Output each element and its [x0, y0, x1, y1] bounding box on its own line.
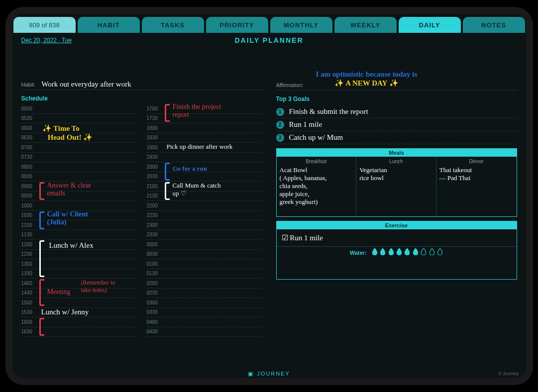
water-drop-filled-icon[interactable] — [388, 248, 394, 255]
water-drop-filled-icon[interactable] — [413, 248, 419, 255]
water-drop-empty-icon[interactable] — [421, 248, 427, 255]
schedule-row[interactable]: 1400 — [21, 279, 137, 289]
schedule-row[interactable]: 0230 — [147, 289, 262, 298]
meal-dinner[interactable]: Dinner Thai takeout — Pad Thai — [436, 157, 517, 216]
schedule-row[interactable]: 1500 — [21, 298, 137, 308]
journey-icon: ▣ — [248, 371, 254, 377]
schedule-time: 0400 — [147, 319, 164, 325]
schedule-time: 1130 — [21, 232, 38, 237]
schedule-row[interactable]: 1630 — [21, 327, 137, 337]
schedule-time: 0230 — [147, 290, 164, 295]
tab-habit[interactable]: HABIT — [78, 17, 140, 33]
footer-copyright: © Journey — [498, 371, 519, 376]
schedule-time: 1030 — [21, 212, 38, 218]
schedule-row[interactable]: 2030 — [147, 172, 262, 182]
affirmation-field[interactable]: Affirmation: I am optimistic because tod… — [276, 77, 517, 91]
schedule-row[interactable]: 1700 — [147, 104, 262, 114]
schedule-row[interactable]: 2200 — [147, 201, 262, 211]
tab-priority[interactable]: PRIORITY — [206, 17, 268, 33]
schedule-row[interactable]: 2130 — [147, 192, 262, 201]
schedule-row[interactable]: 0130 — [147, 269, 262, 279]
schedule-row[interactable]: 2230 — [147, 211, 262, 221]
water-drop-filled-icon[interactable] — [372, 248, 378, 255]
schedule-col-1: 0500053006000630070007300800083009000930… — [21, 104, 137, 337]
schedule-row[interactable]: 0100 — [147, 259, 262, 269]
schedule-time: 0630 — [21, 135, 38, 140]
schedule-row[interactable]: 2100 — [147, 182, 262, 192]
meal-breakfast[interactable]: Breakfast Acai Bowl ( Apples, bananas, c… — [277, 157, 357, 216]
schedule-time: 2100 — [147, 184, 164, 189]
schedule-row[interactable]: 1130 — [21, 230, 137, 240]
schedule-row[interactable]: 1200 — [21, 240, 137, 250]
schedule-row[interactable]: 0930 — [21, 192, 137, 201]
schedule-time: 0330 — [147, 309, 164, 315]
schedule-row[interactable]: 2000 — [147, 162, 262, 172]
schedule-time: 1430 — [21, 290, 38, 295]
schedule-row[interactable]: 1930 — [147, 153, 262, 163]
schedule-row[interactable]: 0330 — [147, 308, 262, 318]
schedule-row[interactable]: 0700 — [21, 143, 137, 153]
schedule-row[interactable]: 1030 — [21, 211, 137, 221]
schedule-time: 1400 — [21, 281, 38, 286]
schedule-row[interactable]: 1330 — [21, 269, 137, 279]
schedule-row[interactable]: 0200 — [147, 279, 262, 289]
schedule-row[interactable]: 1230 — [21, 250, 137, 260]
schedule-row[interactable]: 1600 — [21, 317, 137, 327]
schedule-time: 2230 — [147, 212, 164, 218]
goal-number: 1 — [276, 108, 284, 116]
schedule-row[interactable]: 0300 — [147, 298, 262, 308]
water-drop-empty-icon[interactable] — [429, 248, 435, 255]
schedule-row[interactable]: 1000 — [21, 201, 137, 211]
schedule-row[interactable]: 1830 — [147, 133, 262, 143]
schedule-row[interactable]: 1430 — [21, 289, 137, 298]
schedule-row[interactable]: 0400 — [147, 317, 262, 327]
goal-row[interactable]: 3 Catch up w/ Mum — [276, 131, 517, 144]
schedule-time: 0930 — [21, 193, 38, 198]
schedule-row[interactable]: 0830 — [21, 172, 137, 182]
tab-monthly[interactable]: MONTHLY — [270, 17, 332, 33]
schedule-row[interactable]: 1300 — [21, 259, 137, 269]
water-drop-filled-icon[interactable] — [404, 248, 410, 255]
schedule-row[interactable]: 2330 — [147, 230, 262, 240]
schedule-row[interactable]: 0730 — [21, 153, 137, 163]
schedule-time: 2130 — [147, 193, 164, 198]
schedule-row[interactable]: 0000 — [147, 240, 262, 250]
meal-lunch[interactable]: Lunch Vegetarian rice bowl — [356, 157, 436, 216]
water-drop-filled-icon[interactable] — [396, 248, 402, 255]
schedule-row[interactable]: 1800 — [147, 123, 262, 133]
water-tracker[interactable]: Water: — [277, 246, 517, 259]
schedule-time: 0530 — [21, 115, 38, 121]
tab-weekly[interactable]: WEEKLY — [334, 17, 397, 33]
tab-daily[interactable]: DAILY — [399, 17, 461, 33]
habit-field[interactable]: Habit: Work out everyday after work — [21, 77, 262, 90]
goal-text: Run 1 mile — [289, 120, 323, 129]
schedule-row[interactable]: 1730 — [147, 114, 262, 124]
schedule-row[interactable]: 0430 — [147, 327, 262, 337]
schedule-row[interactable]: 0900 — [21, 182, 137, 192]
schedule-time: 0200 — [147, 281, 164, 286]
schedule-row[interactable]: 2300 — [147, 220, 262, 230]
schedule-time: 1300 — [21, 261, 38, 267]
tab-notes[interactable]: NOTES — [463, 17, 525, 33]
schedule-row[interactable]: 0500 — [21, 104, 137, 114]
schedule-row[interactable]: 0530 — [21, 114, 137, 124]
schedule-row[interactable]: 0800 — [21, 162, 137, 172]
page-content: Dec 20, 2022 · Tue DAILY PLANNER Habit: … — [12, 33, 526, 369]
schedule-row[interactable]: 0630 — [21, 133, 137, 143]
breakfast-label: Breakfast — [280, 159, 353, 164]
schedule-row[interactable]: 0030 — [147, 250, 262, 260]
schedule-row[interactable]: 1100 — [21, 220, 137, 230]
schedule-row[interactable]: 1530 — [21, 308, 137, 318]
schedule-row[interactable]: 1900 — [147, 143, 262, 153]
goal-text: Finish & submit the report — [289, 107, 368, 116]
schedule-row[interactable]: 0600 — [21, 123, 137, 133]
water-drop-empty-icon[interactable] — [437, 248, 443, 255]
exercise-body[interactable]: ☑ Run 1 mile — [277, 229, 517, 246]
schedule-time: 1900 — [147, 145, 164, 150]
date-link[interactable]: Dec 20, 2022 · Tue — [21, 37, 72, 44]
tab-tasks[interactable]: TASKS — [142, 17, 204, 33]
schedule-grid[interactable]: 0500053006000630070007300800083009000930… — [21, 104, 262, 337]
goal-row[interactable]: 1 Finish & submit the report — [276, 105, 517, 118]
water-drop-filled-icon[interactable] — [380, 248, 386, 255]
goal-row[interactable]: 2 Run 1 mile — [276, 118, 517, 131]
